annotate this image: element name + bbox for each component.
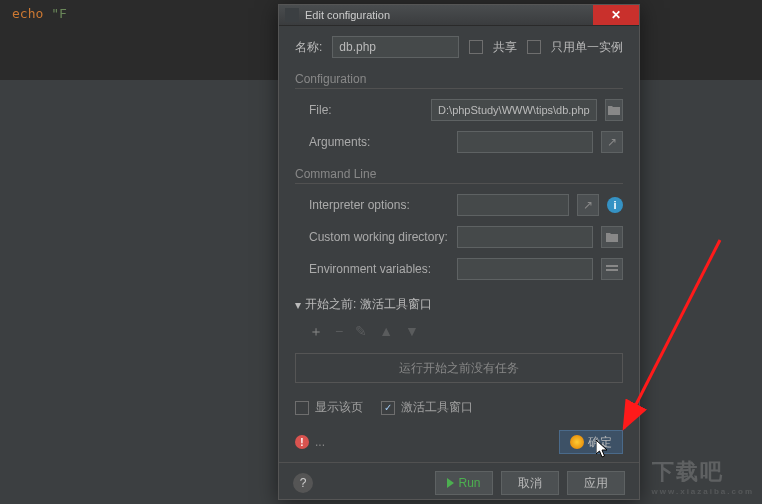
close-icon: ✕ (611, 8, 621, 22)
activate-tool-window-label: 激活工具窗口 (401, 399, 473, 416)
watermark: 下载吧 www.xiazaiba.com (652, 457, 754, 496)
up-icon[interactable]: ▲ (379, 323, 393, 341)
ok-button[interactable]: 确定 (559, 430, 623, 454)
warning-icon: ! (295, 435, 309, 449)
activate-tool-window-checkbox[interactable] (381, 401, 395, 415)
dialog-title: Edit configuration (305, 9, 593, 21)
dialog-titlebar[interactable]: Edit configuration ✕ (279, 5, 639, 26)
ok-button-label: 确定 (588, 434, 612, 451)
lightbulb-icon (570, 435, 584, 449)
warning-row: ! ... 确定 (295, 430, 623, 454)
remove-icon[interactable]: − (335, 323, 343, 341)
before-launch-label: 开始之前: 激活工具窗口 (305, 296, 432, 313)
edit-configuration-dialog: Edit configuration ✕ 名称: db.php 共享 只用单一实… (278, 4, 640, 500)
file-label: File: (309, 103, 423, 117)
working-directory-input[interactable] (457, 226, 593, 248)
before-launch-header[interactable]: ▾ 开始之前: 激活工具窗口 (295, 296, 623, 313)
svg-rect-0 (606, 265, 618, 267)
name-value: db.php (339, 40, 376, 54)
arguments-input[interactable] (457, 131, 593, 153)
info-icon[interactable]: i (607, 197, 623, 213)
file-input[interactable]: D:\phpStudy\WWW\tips\db.php (431, 99, 597, 121)
configuration-section-title: Configuration (295, 72, 623, 89)
down-icon[interactable]: ▼ (405, 323, 419, 341)
options-row: 显示该页 激活工具窗口 (295, 399, 623, 416)
watermark-sub: www.xiazaiba.com (652, 487, 754, 496)
add-icon[interactable]: ＋ (309, 323, 323, 341)
file-row: File: D:\phpStudy\WWW\tips\db.php (309, 99, 623, 121)
env-variables-label: Environment variables: (309, 262, 449, 276)
commandline-section-title: Command Line (295, 167, 623, 184)
apply-button-label: 应用 (584, 475, 608, 492)
expand-icon[interactable]: ↗ (577, 194, 599, 216)
env-variables-row: Environment variables: (309, 258, 623, 280)
watermark-main: 下载吧 (652, 459, 724, 484)
share-label: 共享 (493, 39, 517, 56)
name-label: 名称: (295, 39, 322, 56)
svg-rect-1 (606, 269, 618, 271)
single-instance-label: 只用单一实例 (551, 39, 623, 56)
show-this-page-label: 显示该页 (315, 399, 363, 416)
show-this-page-checkbox[interactable] (295, 401, 309, 415)
close-button[interactable]: ✕ (593, 5, 639, 25)
run-button-label: Run (458, 476, 480, 490)
before-launch-toolbar: ＋ − ✎ ▲ ▼ (295, 323, 623, 341)
warning-text: ... (315, 435, 325, 449)
cancel-button-label: 取消 (518, 475, 542, 492)
help-button[interactable]: ? (293, 473, 313, 493)
play-icon (447, 478, 454, 488)
expand-icon[interactable]: ↗ (601, 131, 623, 153)
cancel-button[interactable]: 取消 (501, 471, 559, 495)
env-variables-input[interactable] (457, 258, 593, 280)
folder-icon[interactable] (601, 226, 623, 248)
working-directory-row: Custom working directory: (309, 226, 623, 248)
before-launch-tasks-list[interactable]: 运行开始之前没有任务 (295, 353, 623, 383)
arguments-label: Arguments: (309, 135, 449, 149)
interpreter-row: Interpreter options: ↗ i (309, 194, 623, 216)
run-button[interactable]: Run (435, 471, 493, 495)
single-instance-checkbox[interactable] (527, 40, 541, 54)
list-icon[interactable] (601, 258, 623, 280)
code-string: "F (51, 6, 67, 21)
file-value: D:\phpStudy\WWW\tips\db.php (438, 104, 590, 116)
apply-button[interactable]: 应用 (567, 471, 625, 495)
name-row: 名称: db.php 共享 只用单一实例 (295, 36, 623, 58)
name-input[interactable]: db.php (332, 36, 459, 58)
chevron-down-icon: ▾ (295, 298, 301, 312)
app-icon (285, 8, 299, 22)
code-keyword: echo (12, 6, 43, 21)
folder-icon[interactable] (605, 99, 623, 121)
interpreter-input[interactable] (457, 194, 569, 216)
interpreter-label: Interpreter options: (309, 198, 449, 212)
share-checkbox[interactable] (469, 40, 483, 54)
arguments-row: Arguments: ↗ (309, 131, 623, 153)
no-tasks-text: 运行开始之前没有任务 (399, 360, 519, 377)
edit-icon[interactable]: ✎ (355, 323, 367, 341)
working-directory-label: Custom working directory: (309, 230, 449, 244)
dialog-footer: ? Run 取消 应用 (279, 462, 639, 504)
